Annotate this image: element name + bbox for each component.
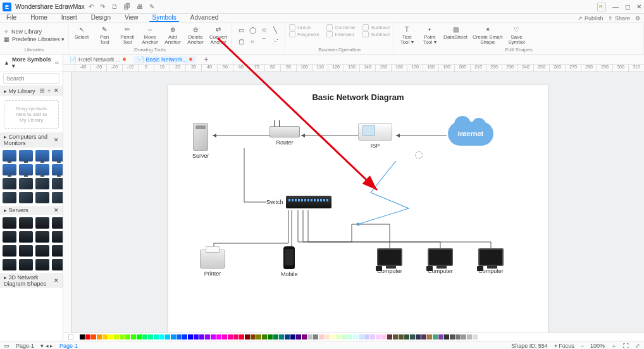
bool-intersect[interactable]: Intersect — [326, 31, 355, 37]
symbol-thumbnail[interactable] — [19, 192, 33, 203]
fit-page-icon[interactable]: ⛶ — [623, 343, 629, 349]
color-swatch[interactable] — [438, 334, 443, 339]
menu-view[interactable]: View — [122, 14, 141, 22]
color-swatch[interactable] — [336, 334, 341, 339]
symbol-thumbnail[interactable] — [52, 259, 63, 270]
library-dropzone[interactable]: Drag symbols here to add to My Library — [4, 100, 59, 129]
symbol-thumbnail[interactable] — [35, 150, 49, 162]
color-swatch[interactable] — [239, 334, 244, 339]
symbol-thumbnail[interactable] — [35, 178, 49, 189]
drawing-page[interactable]: Basic Network Diagram — [168, 85, 548, 333]
symbol-thumbnail[interactable] — [52, 192, 63, 203]
redo-icon[interactable]: ↷ — [100, 3, 105, 10]
color-swatch[interactable] — [370, 334, 375, 339]
color-swatch[interactable] — [353, 334, 358, 339]
page-link[interactable]: Page-1 — [59, 343, 78, 349]
color-swatch[interactable] — [330, 334, 335, 339]
color-swatch[interactable] — [154, 334, 159, 339]
document-tab[interactable]: 📄Hotel Network ... — [66, 56, 130, 63]
node-internet[interactable]: Internet — [448, 122, 493, 146]
shape-cell-2[interactable]: ☆ — [259, 25, 268, 34]
node-comp2[interactable]: Computer — [428, 248, 453, 274]
color-swatch[interactable] — [404, 334, 409, 339]
color-swatch[interactable] — [450, 334, 455, 339]
color-swatch[interactable] — [427, 334, 432, 339]
zoom-in-button[interactable]: ＋ — [611, 342, 617, 350]
color-swatch[interactable] — [137, 334, 142, 339]
color-swatch[interactable] — [228, 334, 233, 339]
print-icon[interactable]: 🖶 — [137, 3, 143, 10]
color-swatch[interactable] — [80, 334, 85, 339]
color-swatch[interactable] — [211, 334, 216, 339]
color-swatch[interactable] — [302, 334, 307, 339]
color-swatch[interactable] — [131, 334, 136, 339]
color-swatch[interactable] — [421, 334, 426, 339]
color-swatch[interactable] — [444, 334, 449, 339]
symbol-thumbnail[interactable] — [19, 178, 33, 189]
color-swatch[interactable] — [120, 334, 125, 339]
menu-symbols[interactable]: Symbols — [149, 14, 178, 22]
section-header[interactable]: ▸ 3D Network Diagram Shapes✕ — [0, 273, 63, 288]
publish-button[interactable]: ↗ Publish — [578, 15, 603, 22]
canvas-viewport[interactable]: Basic Network Diagram — [72, 72, 644, 333]
bool-union[interactable]: Union — [289, 24, 319, 30]
fullscreen-icon[interactable]: ⤢ — [635, 343, 640, 349]
shape-cell-6[interactable]: ⌒ — [259, 37, 268, 46]
menu-file[interactable]: File — [4, 14, 19, 22]
color-swatch[interactable] — [176, 334, 182, 339]
page-nav-icon[interactable]: ▾ ◂ ▸ — [40, 343, 53, 349]
tool-move[interactable]: ↔Move Anchor — [141, 24, 159, 45]
no-color-swatch[interactable] — [68, 334, 73, 339]
share-button[interactable]: ⇪ Share — [608, 15, 630, 22]
tool-select[interactable]: ↖Select — [73, 24, 90, 40]
library-actions[interactable]: ⊞ ＋ ✕ — [40, 87, 59, 95]
color-swatch[interactable] — [268, 334, 273, 339]
color-swatch[interactable] — [347, 334, 352, 339]
color-swatch[interactable] — [74, 334, 79, 339]
zoom-out-button[interactable]: − — [581, 343, 584, 349]
more-symbols-button[interactable]: ▲More Symbols ▾ ‹‹ — [0, 54, 63, 72]
color-swatch[interactable] — [325, 334, 330, 339]
node-mobile[interactable]: Mobile — [281, 246, 298, 277]
symbol-thumbnail[interactable] — [19, 217, 33, 229]
new-tab-button[interactable]: ＋ — [200, 54, 213, 65]
edit-point[interactable]: •Point Tool ▾ — [421, 24, 438, 45]
color-swatch[interactable] — [387, 334, 392, 339]
node-comp3[interactable]: Computer — [478, 248, 504, 274]
symbol-thumbnail[interactable] — [19, 164, 33, 175]
color-swatch[interactable] — [114, 334, 119, 339]
shape-cell-7[interactable]: ⋰ — [271, 37, 280, 46]
symbol-thumbnail[interactable] — [52, 150, 63, 162]
section-header[interactable]: ▸ Computers and Monitors✕ — [0, 132, 63, 148]
bool-subtract[interactable]: Subtract — [362, 31, 390, 37]
symbol-thumbnail[interactable] — [52, 178, 63, 189]
color-swatch[interactable] — [399, 334, 404, 339]
document-tab[interactable]: 📄Basic Network... — [133, 56, 196, 63]
tool-add[interactable]: ⊕Add Anchor — [164, 24, 182, 45]
library-new-library[interactable]: ✧New Library — [4, 29, 42, 35]
color-swatch[interactable] — [273, 334, 278, 339]
color-swatch[interactable] — [171, 334, 176, 339]
symbol-thumbnail[interactable] — [52, 217, 63, 229]
color-swatch[interactable] — [85, 334, 90, 339]
color-swatch[interactable] — [393, 334, 398, 339]
user-badge[interactable]: R. — [597, 3, 606, 11]
color-swatch[interactable] — [142, 334, 147, 339]
shape-cell-3[interactable]: ╲ — [271, 25, 280, 34]
color-swatch[interactable] — [376, 334, 381, 339]
symbol-thumbnail[interactable] — [35, 217, 49, 229]
edit-datasheet[interactable]: ▤DataSheet — [443, 24, 468, 40]
color-swatch[interactable] — [416, 334, 421, 339]
symbol-thumbnail[interactable] — [19, 231, 33, 243]
focus-toggle[interactable]: ⌖ Focus — [554, 343, 574, 350]
color-swatch[interactable] — [222, 334, 227, 339]
color-swatch[interactable] — [467, 334, 472, 339]
color-swatch[interactable] — [205, 334, 210, 339]
open-icon[interactable]: 🗐 — [124, 3, 130, 10]
symbol-thumbnail[interactable] — [35, 259, 49, 270]
menu-insert[interactable]: Insert — [59, 14, 80, 22]
page-indicator-icon[interactable]: ▭ — [4, 343, 9, 349]
color-swatch[interactable] — [148, 334, 153, 339]
color-swatch[interactable] — [455, 334, 461, 339]
color-swatch[interactable] — [279, 334, 284, 339]
